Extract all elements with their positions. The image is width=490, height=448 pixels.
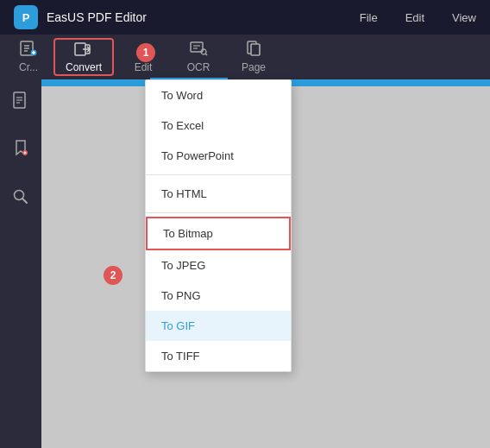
- dropdown-item-to-bitmap[interactable]: To Bitmap: [146, 217, 291, 250]
- convert-icon: [74, 41, 93, 60]
- dropdown-item-to-html[interactable]: To HTML: [146, 179, 291, 209]
- toolbar: 1 Cr... Convert: [0, 35, 490, 79]
- sidebar-icon-search[interactable]: [7, 181, 35, 215]
- convert-button[interactable]: Convert: [53, 38, 114, 76]
- sidebar: [0, 79, 41, 448]
- dropdown-item-to-powerpoint[interactable]: To PowerPoint: [146, 141, 291, 171]
- dropdown-item-to-word[interactable]: To Word: [146, 80, 291, 110]
- svg-line-14: [205, 54, 207, 55]
- page-label: Page: [242, 61, 266, 73]
- edit-label: Edit: [135, 61, 153, 73]
- sidebar-icon-document[interactable]: [7, 86, 35, 120]
- nav-edit[interactable]: Edit: [405, 11, 424, 24]
- logo-text: P: [22, 11, 30, 24]
- nav-view[interactable]: View: [452, 11, 476, 24]
- nav-file[interactable]: File: [360, 11, 378, 24]
- ocr-button[interactable]: OCR: [173, 38, 224, 76]
- step2-badge: 2: [104, 266, 122, 285]
- dropdown-divider-1: [146, 174, 291, 175]
- dropdown-item-to-excel[interactable]: To Excel: [146, 110, 291, 141]
- dropdown-divider-2: [146, 212, 291, 213]
- create-label: Cr...: [19, 61, 38, 73]
- create-icon: [20, 41, 37, 60]
- page-button[interactable]: Page: [228, 38, 280, 76]
- ocr-label: OCR: [187, 61, 210, 73]
- step1-badge: 1: [136, 43, 155, 62]
- create-button[interactable]: Cr...: [7, 38, 50, 76]
- sidebar-icon-bookmark[interactable]: [7, 134, 35, 167]
- app-title: EasUS PDF Editor: [47, 10, 351, 24]
- app-logo: P: [14, 5, 38, 29]
- convert-label: Convert: [66, 61, 102, 73]
- dropdown-item-to-jpeg[interactable]: To JPEG: [146, 250, 291, 281]
- dropdown-item-to-png[interactable]: To PNG: [146, 281, 291, 311]
- svg-rect-16: [251, 44, 260, 55]
- convert-dropdown: To Word To Excel To PowerPoint To HTML T…: [145, 79, 292, 372]
- dropdown-item-to-gif[interactable]: To GIF: [146, 311, 291, 341]
- title-nav: File Edit View: [360, 11, 476, 24]
- page-icon: [246, 41, 261, 60]
- ocr-icon: [189, 41, 208, 60]
- dropdown-item-to-tiff[interactable]: To TIFF: [146, 341, 291, 371]
- svg-line-26: [22, 199, 27, 203]
- title-bar: P EasUS PDF Editor File Edit View: [0, 0, 490, 35]
